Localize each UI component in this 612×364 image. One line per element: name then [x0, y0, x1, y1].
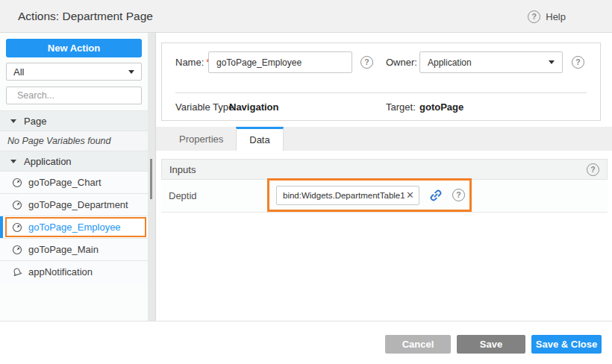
help-circle-icon: ?	[528, 10, 540, 23]
caret-down-icon	[10, 119, 16, 123]
tab-properties[interactable]: Properties	[166, 127, 236, 151]
tree-group-page[interactable]: Page	[0, 110, 148, 131]
navigation-variable-icon	[12, 178, 22, 188]
sidebar-scrollbar-thumb[interactable]	[150, 159, 152, 199]
tree-item-label: goToPage_Department	[28, 199, 128, 210]
dialog-footer: Cancel Save Save & Close	[0, 321, 612, 364]
input-row-deptid: Deptid bind:Widgets.DepartmentTable1.sel…	[161, 180, 608, 213]
owner-select-value: Application	[428, 57, 472, 68]
action-summary-card: Name:* ? Owner:* Application ? Variable …	[161, 43, 601, 121]
card-divider	[175, 92, 587, 93]
owner-label: Owner:*	[386, 57, 423, 68]
chevron-down-icon	[128, 70, 134, 74]
variables-sidebar: New Action All Page No Page Variables fo…	[0, 33, 148, 321]
inputs-help-icon[interactable]: ?	[587, 163, 599, 176]
filter-select[interactable]: All	[6, 63, 142, 81]
tree-item-gotopage-department[interactable]: goToPage_Department	[0, 193, 148, 216]
filter-select-value: All	[13, 66, 24, 78]
target-label: Target:	[386, 101, 416, 113]
name-help-icon[interactable]: ?	[360, 56, 373, 69]
tab-data[interactable]: Data	[236, 127, 283, 151]
tree-group-label: Page	[24, 116, 46, 127]
action-detail-panel: Name:* ? Owner:* Application ? Variable …	[155, 33, 612, 321]
name-owner-row: Name:* ? Owner:* Application ?	[162, 51, 600, 73]
owner-help-icon[interactable]: ?	[572, 56, 584, 69]
page-title: Actions: Department Page	[18, 0, 153, 33]
clear-binding-icon[interactable]: ✕	[405, 189, 416, 201]
tree-item-gotopage-chart[interactable]: goToPage_Chart	[0, 171, 148, 193]
input-row-label: Deptid	[169, 190, 197, 201]
name-label: Name:*	[175, 57, 210, 68]
save-and-close-button[interactable]: Save & Close	[531, 335, 602, 354]
search-field[interactable]	[6, 87, 142, 104]
owner-select[interactable]: Application	[419, 51, 563, 73]
sidebar-scrollbar-track[interactable]	[148, 33, 155, 321]
navigation-variable-icon	[12, 222, 22, 233]
variables-tree: Page No Page Variables found Application…	[0, 110, 148, 321]
target-value: gotoPage	[419, 101, 463, 113]
tree-item-label: goToPage_Chart	[28, 177, 102, 188]
bind-link-icon[interactable]	[429, 189, 443, 202]
notification-variable-icon	[12, 267, 22, 277]
tree-item-label: goToPage_Employee	[28, 222, 121, 233]
deptid-bind-value: bind:Widgets.DepartmentTable1.selec	[283, 191, 405, 200]
detail-tabs: Properties Data	[156, 127, 612, 151]
tree-group-label: Application	[24, 156, 72, 167]
save-button[interactable]: Save	[457, 335, 525, 354]
tree-item-label: goToPage_Main	[28, 244, 99, 255]
tree-group-application[interactable]: Application	[0, 151, 148, 171]
inputs-section-header: Inputs ?	[161, 159, 608, 180]
navigation-variable-icon	[12, 245, 22, 255]
tree-item-gotopage-employee[interactable]: goToPage_Employee	[0, 216, 148, 238]
name-input[interactable]	[208, 51, 352, 73]
search-input[interactable]	[17, 90, 137, 101]
tree-item-appnotification[interactable]: appNotification	[0, 260, 148, 283]
type-target-row: Variable Type: Navigation Target: gotoPa…	[162, 101, 600, 115]
help-button[interactable]: ? Help	[528, 0, 566, 33]
variable-type-value: Navigation	[229, 101, 278, 113]
actions-dialog: Actions: Department Page ? Help New Acti…	[0, 0, 612, 364]
cancel-button[interactable]: Cancel	[385, 335, 451, 354]
deptid-bind-input[interactable]: bind:Widgets.DepartmentTable1.selec ✕	[276, 186, 419, 205]
tree-item-label: appNotification	[28, 266, 93, 277]
deptid-help-icon[interactable]: ?	[452, 189, 465, 201]
caret-down-icon	[10, 160, 16, 163]
help-label: Help	[546, 11, 566, 22]
dialog-header: Actions: Department Page ? Help	[0, 0, 612, 33]
tree-item-gotopage-main[interactable]: goToPage_Main	[0, 238, 148, 260]
annotation-highlight-box: bind:Widgets.DepartmentTable1.selec ✕ ?	[267, 178, 472, 212]
inputs-section-title: Inputs	[169, 164, 196, 175]
navigation-variable-icon	[12, 200, 22, 210]
chevron-down-icon	[549, 60, 555, 64]
variable-type-label: Variable Type:	[175, 101, 237, 113]
selected-indicator-bar	[0, 216, 3, 238]
new-action-button[interactable]: New Action	[6, 39, 142, 57]
footer-buttons: Cancel Save Save & Close	[385, 335, 602, 354]
page-empty-message: No Page Variables found	[0, 131, 148, 151]
